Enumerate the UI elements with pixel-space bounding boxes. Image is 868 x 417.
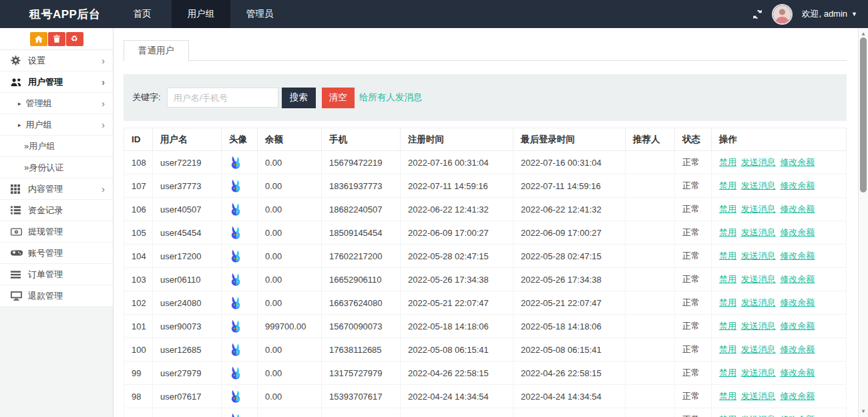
broadcast-message-link[interactable]: 给所有人发消息 bbox=[359, 92, 423, 104]
send-message-link[interactable]: 发送消息 bbox=[741, 414, 776, 417]
send-message-link[interactable]: 发送消息 bbox=[741, 274, 776, 284]
disable-link[interactable]: 禁用 bbox=[719, 204, 736, 214]
cell-username: user40507 bbox=[153, 198, 222, 221]
modify-balance-link[interactable]: 修改余额 bbox=[780, 251, 815, 261]
disable-link[interactable]: 禁用 bbox=[719, 368, 736, 378]
chevron-right-icon: › bbox=[101, 99, 105, 108]
scroll-up-icon[interactable]: ▲ bbox=[859, 31, 868, 37]
sidebar-item-account-management[interactable]: 账号管理 bbox=[0, 243, 113, 264]
cell-id: 105 bbox=[124, 221, 153, 245]
send-message-link[interactable]: 发送消息 bbox=[741, 297, 776, 307]
send-message-link[interactable]: 发送消息 bbox=[741, 180, 776, 190]
sidebar-item-user-group[interactable]: ▸ 用户组 › bbox=[0, 114, 113, 136]
scrollbar[interactable]: ▲ ▼ bbox=[858, 28, 868, 417]
search-input[interactable] bbox=[167, 88, 278, 108]
modify-balance-link[interactable]: 修改余额 bbox=[780, 344, 815, 354]
disable-link[interactable]: 禁用 bbox=[719, 391, 736, 401]
disable-link[interactable]: 禁用 bbox=[719, 344, 736, 354]
cell-actions: 禁用 发送消息 修改余额 bbox=[712, 221, 847, 245]
cell-actions: 禁用 发送消息 修改余额 bbox=[712, 338, 847, 362]
cell-registered: 2022-07-16 00:31:04 bbox=[401, 151, 513, 174]
table-row: 100 user12685 0.00 17638112685 2022-05-0… bbox=[124, 338, 847, 362]
disable-link[interactable]: 禁用 bbox=[719, 180, 736, 190]
modify-balance-link[interactable]: 修改余额 bbox=[780, 227, 815, 237]
refresh-icon[interactable] bbox=[752, 9, 763, 20]
header-status: 状态 bbox=[675, 128, 712, 151]
cell-registered: 2022-07-11 14:59:16 bbox=[401, 174, 513, 198]
nav-tab-user-group[interactable]: 用户组 bbox=[172, 0, 230, 28]
sidebar-item-order-management[interactable]: 订单管理 bbox=[0, 264, 113, 285]
send-message-link[interactable]: 发送消息 bbox=[741, 344, 776, 354]
modify-balance-link[interactable]: 修改余额 bbox=[780, 297, 815, 307]
sidebar-item-user-group-sub[interactable]: »用户组 bbox=[0, 136, 113, 157]
cell-status: 正常 bbox=[675, 268, 712, 291]
cell-last-login: 2022-07-16 00:31:04 bbox=[513, 151, 626, 174]
disable-link[interactable]: 禁用 bbox=[719, 274, 736, 284]
disable-link[interactable]: 禁用 bbox=[719, 251, 736, 261]
cell-avatar bbox=[222, 245, 258, 268]
tab-normal-users[interactable]: 普通用户 bbox=[124, 40, 189, 61]
sidebar-item-refund-management[interactable]: 退款管理 bbox=[0, 285, 113, 307]
cell-registered: 2022-05-18 14:18:06 bbox=[401, 315, 513, 338]
cell-actions: 禁用 发送消息 修改余额 bbox=[712, 315, 847, 338]
send-message-link[interactable]: 发送消息 bbox=[741, 157, 776, 167]
modify-balance-link[interactable]: 修改余额 bbox=[780, 321, 815, 331]
cell-avatar bbox=[222, 408, 258, 417]
send-message-link[interactable]: 发送消息 bbox=[741, 391, 776, 401]
send-message-link[interactable]: 发送消息 bbox=[741, 321, 776, 331]
clear-button[interactable]: 清空 bbox=[322, 88, 355, 108]
modify-balance-link[interactable]: 修改余额 bbox=[780, 274, 815, 284]
table-row: 107 user37773 0.00 18361937773 2022-07-1… bbox=[124, 174, 847, 198]
nav-tab-home[interactable]: 首页 bbox=[113, 0, 172, 28]
modify-balance-link[interactable]: 修改余额 bbox=[780, 391, 815, 401]
welcome-dropdown[interactable]: 欢迎, admin ▼ bbox=[801, 8, 857, 20]
user-avatar[interactable] bbox=[773, 5, 791, 23]
header-balance: 余额 bbox=[258, 128, 322, 151]
sidebar-item-admin-group[interactable]: ▸ 管理组 › bbox=[0, 93, 113, 114]
sidebar-item-label: »身份认证 bbox=[24, 162, 63, 174]
bunny-avatar-icon bbox=[229, 319, 250, 333]
sidebar-item-user-management[interactable]: 用户管理 › bbox=[0, 72, 113, 93]
send-message-link[interactable]: 发送消息 bbox=[741, 204, 776, 214]
scroll-down-icon[interactable]: ▼ bbox=[859, 408, 868, 414]
disable-link[interactable]: 禁用 bbox=[719, 157, 736, 167]
cell-referrer bbox=[626, 198, 675, 221]
search-button[interactable]: 搜索 bbox=[282, 88, 316, 108]
disable-link[interactable]: 禁用 bbox=[719, 297, 736, 307]
cell-username: user37773 bbox=[153, 174, 222, 198]
cell-phone bbox=[322, 408, 401, 417]
scrollbar-thumb[interactable] bbox=[860, 37, 867, 192]
sidebar-item-content-management[interactable]: 内容管理 › bbox=[0, 178, 113, 200]
sidebar-item-fund-records[interactable]: 资金记录 bbox=[0, 200, 113, 221]
send-message-link[interactable]: 发送消息 bbox=[741, 251, 776, 261]
users-icon bbox=[11, 78, 28, 87]
modify-balance-link[interactable]: 修改余额 bbox=[780, 157, 815, 167]
cell-last-login: 2022-05-21 22:07:47 bbox=[513, 291, 626, 315]
disable-link[interactable]: 禁用 bbox=[719, 227, 736, 237]
sidebar-item-label: 提现管理 bbox=[28, 226, 63, 238]
sidebar-item-label: 设置 bbox=[28, 55, 45, 67]
disable-link[interactable]: 禁用 bbox=[719, 321, 736, 331]
recycle-icon: ♻ bbox=[71, 35, 78, 43]
cell-avatar bbox=[222, 338, 258, 362]
modify-balance-link[interactable]: 修改余额 bbox=[780, 204, 815, 214]
modify-balance-link[interactable]: 修改余额 bbox=[780, 368, 815, 378]
send-message-link[interactable]: 发送消息 bbox=[741, 227, 776, 237]
nav-tab-admin[interactable]: 管理员 bbox=[230, 0, 289, 28]
bunny-avatar-icon bbox=[229, 179, 250, 192]
cell-status: 正常 bbox=[675, 174, 712, 198]
modify-balance-link[interactable]: 修改余额 bbox=[780, 414, 815, 417]
cell-status: 正常 bbox=[675, 385, 712, 408]
navbar-brand[interactable]: 租号APP后台 bbox=[0, 0, 113, 28]
sidebar-item-identity-verification[interactable]: »身份认证 bbox=[0, 157, 113, 178]
recycle-button[interactable]: ♻ bbox=[66, 32, 83, 46]
trash-button[interactable] bbox=[48, 32, 65, 46]
send-message-link[interactable]: 发送消息 bbox=[741, 368, 776, 378]
home-button[interactable] bbox=[30, 32, 47, 46]
cell-phone: 16652906110 bbox=[322, 268, 401, 291]
sidebar-item-settings[interactable]: 设置 › bbox=[0, 50, 113, 72]
sidebar-item-withdrawal-management[interactable]: 提现管理 bbox=[0, 221, 113, 243]
keyword-label: 关键字: bbox=[132, 92, 161, 104]
disable-link[interactable]: 禁用 bbox=[719, 414, 736, 417]
modify-balance-link[interactable]: 修改余额 bbox=[780, 180, 815, 190]
